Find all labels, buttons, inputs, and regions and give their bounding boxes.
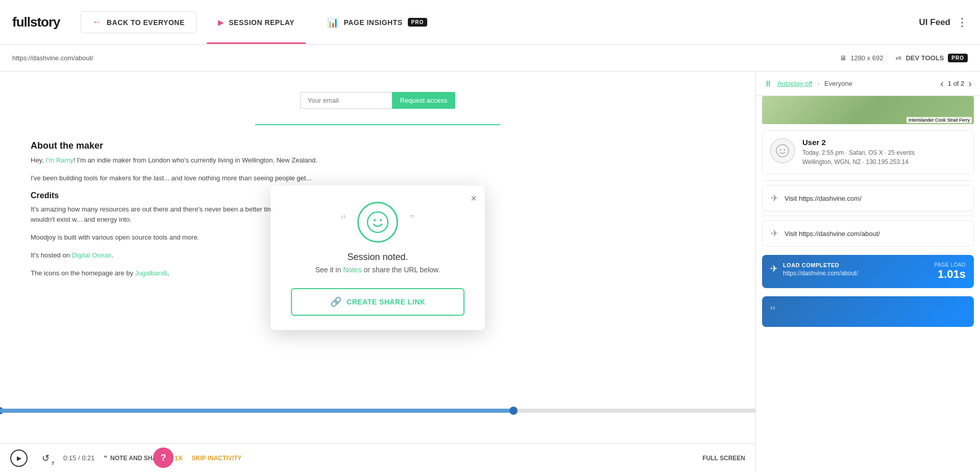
page-insights-button[interactable]: 📊 PAGE INSIGHTS PRO (316, 12, 438, 33)
svg-point-3 (776, 145, 789, 157)
nav-right: UI Feed ⋮ (919, 16, 968, 29)
user-info: User 2 Today, 2:55 pm · Safari, OS X · 2… (802, 138, 966, 167)
quote-card: " (762, 296, 974, 327)
load-info: LOAD COMPLETED https://dashvine.com/abou… (783, 262, 929, 277)
modal-subtitle: See it in Notes or share the URL below. (291, 266, 464, 274)
nav-title: UI Feed (919, 17, 950, 28)
quote-icon: " (104, 454, 107, 462)
event-text-2: Visit https://dashvine.com/about/ (785, 230, 880, 238)
play-pause-button[interactable]: ▶ (10, 450, 28, 467)
modal-smiley-wrapper: “ ” (357, 202, 398, 252)
play-icon: ▶ (218, 18, 224, 27)
right-panel: ⏸ Autoplay off · Everyone ‹ 1 of 2 › Int… (755, 72, 980, 472)
svg-point-5 (784, 149, 786, 151)
pro-badge-insights: PRO (408, 18, 428, 27)
user-avatar (770, 138, 795, 163)
time-display: 0:15 / 0:21 (63, 454, 94, 462)
logo: fullstory (12, 14, 60, 30)
url-bar-right: 🖥 1280 x 692 ›≡ DEV TOOLS PRO (840, 54, 968, 62)
back-arrow-icon: ← (92, 17, 102, 28)
bottom-controls: ▶ ↺ 7 0:15 / 0:21 " NOTE AND SHARE ? 1X … (0, 443, 755, 472)
map-label: Interislander Cook Strait Ferry (906, 117, 972, 123)
modal-smiley (357, 202, 398, 243)
map-thumbnail: Interislander Cook Strait Ferry (762, 96, 974, 124)
link-chain-icon: 🔗 (330, 296, 342, 308)
insights-monitor-icon: 📊 (327, 17, 339, 28)
user-card[interactable]: User 2 Today, 2:55 pm · Safari, OS X · 2… (762, 130, 974, 174)
insights-label: PAGE INSIGHTS (344, 18, 402, 27)
menu-dots-icon[interactable]: ⋮ (957, 16, 968, 29)
modal-close-button[interactable]: × (471, 193, 477, 204)
session-replay-button[interactable]: ▶ SESSION REPLAY (207, 13, 306, 32)
divider-1 (762, 180, 974, 181)
modal-overlay: × “ ” Session noted. See (0, 72, 755, 443)
back-to-everyone-button[interactable]: ← BACK TO EVERYONE (81, 11, 197, 33)
dev-tools-icon: ›≡ (896, 54, 902, 62)
event-item-2[interactable]: ✈ Visit https://dashvine.com/about/ (762, 220, 974, 247)
quote-right-icon: ” (410, 212, 414, 228)
svg-point-1 (374, 219, 376, 221)
quote-left-icon: “ (341, 212, 346, 228)
monitor-icon: 🖥 (840, 54, 846, 62)
screen-size: 🖥 1280 x 692 (840, 54, 883, 62)
everyone-label: · (817, 80, 819, 87)
help-button[interactable]: ? (153, 447, 174, 468)
next-arrow[interactable]: › (968, 78, 972, 89)
user-name: User 2 (802, 138, 966, 147)
autoplay-button[interactable]: Autoplay off (777, 80, 812, 87)
page-count: 1 of 2 (948, 80, 965, 87)
event-text-1: Visit https://dashvine.com/ (785, 195, 862, 202)
right-header: ⏸ Autoplay off · Everyone ‹ 1 of 2 › (756, 72, 980, 96)
load-banner: ✈ LOAD COMPLETED https://dashvine.com/ab… (762, 255, 974, 288)
svg-point-0 (368, 212, 388, 232)
share-modal: × “ ” Session noted. See (271, 185, 485, 330)
avatar-smiley (775, 144, 790, 158)
url-bar: https://dashvine.com/about/ 🖥 1280 x 692… (0, 45, 980, 72)
speed-selector[interactable]: 1X (175, 454, 183, 462)
user-meta-1: Today, 2:55 pm · Safari, OS X · 25 event… (802, 148, 966, 157)
load-url: https://dashvine.com/about/ (783, 270, 929, 277)
smiley-svg (366, 211, 389, 233)
pro-badge-dev: PRO (948, 54, 968, 62)
back-label: BACK TO EVERYONE (107, 18, 185, 27)
navigate-icon-1: ✈ (771, 193, 778, 204)
session-label: SESSION REPLAY (229, 18, 295, 27)
notes-link[interactable]: Notes (343, 266, 362, 274)
svg-point-4 (780, 149, 781, 151)
top-nav: fullstory ← BACK TO EVERYONE ▶ SESSION R… (0, 0, 980, 45)
user-meta-2: Wellington, WGN, NZ · 130.195.253.14 (802, 157, 966, 167)
navigate-icon-2: ✈ (771, 228, 778, 239)
create-share-link-button[interactable]: 🔗 CREATE SHARE LINK (291, 288, 464, 316)
quote-bottom-icon: " (770, 303, 775, 320)
nav-arrows: ‹ 1 of 2 › (940, 78, 972, 89)
svg-point-2 (380, 219, 382, 221)
load-time-wrapper: PAGE LOAD 1.01s (934, 262, 966, 281)
load-title: LOAD COMPLETED (783, 262, 929, 268)
url-display: https://dashvine.com/about/ (12, 54, 93, 62)
load-time: 1.01s (934, 268, 966, 281)
main-layout: Request access About the maker Hey, I'm … (0, 72, 980, 472)
divider-2 (762, 216, 974, 216)
modal-title: Session noted. (291, 252, 464, 263)
replay-button[interactable]: ↺ 7 (37, 450, 54, 467)
session-panel: Request access About the maker Hey, I'm … (0, 72, 755, 472)
autoplay-icon: ⏸ (764, 79, 772, 88)
everyone-text: Everyone (824, 80, 852, 87)
page-load-label: PAGE LOAD (934, 262, 966, 268)
load-icon: ✈ (770, 263, 778, 274)
event-item-1[interactable]: ✈ Visit https://dashvine.com/ (762, 185, 974, 211)
prev-arrow[interactable]: ‹ (940, 78, 944, 89)
fullscreen-button[interactable]: FULL SCREEN (702, 455, 745, 462)
skip-inactivity-button[interactable]: SKIP INACTIVITY (192, 455, 242, 462)
dev-tools-button[interactable]: ›≡ DEV TOOLS PRO (896, 54, 968, 62)
